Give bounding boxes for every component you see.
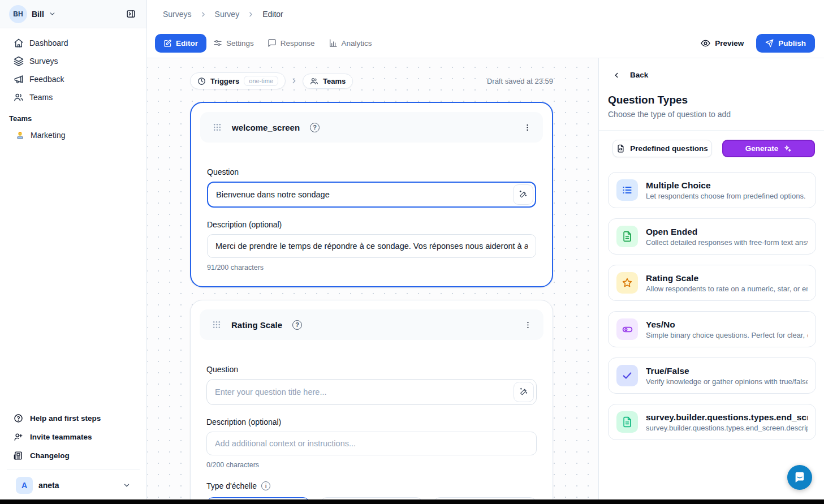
chevron-left-icon [612,71,620,79]
question-card-rating-scale[interactable]: Rating Scale ? Question [190,300,553,504]
question-card-title: Rating Scale [231,320,282,330]
sidebar-item-invite[interactable]: Invite teammates [7,428,140,446]
drag-handle-icon[interactable] [213,123,222,132]
file-code-icon [616,144,625,153]
drag-handle-icon[interactable] [212,320,221,329]
survey-toolbar: Editor Settings Response Analytics [147,28,824,58]
sidebar-footer: Help and first steps Invite teammates Ch… [0,406,146,504]
question-description-input[interactable] [206,432,537,455]
question-type-true-false[interactable]: True/False Verify knowledge or gather op… [608,357,816,394]
sidebar-item-feedback[interactable]: Feedback [7,70,140,88]
question-type-rating-scale[interactable]: Rating Scale Allow respondents to rate o… [608,265,816,301]
description-field-label: Description (optional) [207,220,536,229]
question-type-title: survey.builder.questions.types.end_scr..… [646,412,808,423]
generate-button[interactable]: Generate [722,140,815,157]
account-name: aneta [38,481,59,490]
info-icon[interactable]: i [261,481,270,490]
woman-technologist-emoji [15,130,25,140]
tab-label: Settings [226,39,254,48]
question-type-yes-no[interactable]: Yes/No Simple binary choice questions. P… [608,311,816,347]
triggers-pill[interactable]: Triggers one-time [190,72,286,89]
question-type-title: True/False [646,366,808,376]
description-field-label: Description (optional) [206,417,537,427]
magic-wand-button[interactable] [514,382,534,402]
sidebar-item-dashboard[interactable]: Dashboard [7,34,140,52]
preview-button[interactable]: Preview [701,38,744,48]
changelog-icon [14,451,23,460]
sidebar-item-teams[interactable]: Teams [7,88,140,106]
sidebar-nav: Dashboard Surveys Feedback Teams [0,28,146,106]
footer-item-label: Changelog [30,451,70,460]
flow-header: Triggers one-time Teams Draft saved at 2… [190,72,553,89]
toggle-icon [616,318,638,340]
help-icon[interactable]: ? [292,320,302,330]
tab-label: Editor [176,39,198,48]
sidebar-item-help[interactable]: Help and first steps [7,409,140,428]
workspace-switcher[interactable]: BH Bill [0,0,146,28]
sparkles-icon [783,144,792,153]
message-icon [268,38,277,48]
kebab-menu-icon[interactable] [521,121,534,134]
question-type-title: Rating Scale [646,273,808,283]
teams-label: Teams [323,77,346,85]
breadcrumb-editor[interactable]: Editor [262,10,283,19]
workspace-name: Bill [32,10,44,19]
teams-pill[interactable]: Teams [303,74,353,89]
question-type-title: Yes/No [646,320,808,330]
triggers-label: Triggers [210,77,239,85]
publish-button[interactable]: Publish [756,34,815,53]
bottom-edge-bar [0,499,824,504]
breadcrumb: Surveys Survey Editor [147,0,824,28]
question-type-description: survey.builder.questions.types.end_scree… [646,424,808,432]
question-title-input[interactable] [206,379,537,405]
account-menu[interactable]: A aneta [7,470,140,504]
sidebar-item-label: Surveys [29,57,58,66]
sidebar-item-marketing[interactable]: Marketing [7,126,140,144]
tab-editor[interactable]: Editor [155,34,206,53]
kebab-menu-icon[interactable] [521,318,534,331]
question-type-list: Multiple Choice Let respondents choose f… [599,157,824,440]
char-count: 0/200 characters [206,461,537,469]
breadcrumb-surveys[interactable]: Surveys [163,10,192,19]
sidebar-item-changelog[interactable]: Changelog [7,446,140,465]
predefined-questions-button[interactable]: Predefined questions [612,140,712,157]
tab-response[interactable]: Response [261,33,322,53]
workspace-avatar: BH [9,5,27,23]
chat-widget-button[interactable] [787,465,812,490]
sidebar-item-surveys[interactable]: Surveys [7,52,140,70]
draft-status: Draft saved at 23:59 [487,77,553,85]
question-card-welcome-screen[interactable]: welcome_screen ? Question [190,102,553,287]
chevron-down-icon [49,10,56,18]
question-type-description: Verify knowledge or gather opinions with… [646,377,808,386]
back-button[interactable]: Back [599,58,824,79]
footer-item-label: Invite teammates [30,433,92,441]
list-icon [616,179,638,201]
tab-settings[interactable]: Settings [206,33,261,53]
eye-icon [701,38,710,48]
sidebar-collapse-icon[interactable] [123,6,139,22]
edit-icon [163,39,172,48]
breadcrumb-survey[interactable]: Survey [215,10,240,19]
bar-chart-icon [329,38,338,48]
question-type-open-ended[interactable]: Open Ended Collect detailed responses wi… [608,218,816,255]
predefined-label: Predefined questions [630,144,707,153]
question-type-description: Collect detailed responses with free-for… [646,238,808,247]
magic-wand-button[interactable] [513,184,533,205]
question-title-input[interactable] [207,182,536,208]
footer-item-label: Help and first steps [30,414,101,423]
question-type-multiple-choice[interactable]: Multiple Choice Let respondents choose f… [608,172,816,208]
users-icon [310,77,318,85]
question-card-header: welcome_screen ? [200,112,543,143]
help-icon[interactable]: ? [310,123,320,132]
send-icon [765,39,774,48]
tab-label: Analytics [342,39,372,48]
generate-label: Generate [745,144,779,153]
app-window: BH Bill Dashboard Surveys [0,0,824,504]
question-description-input[interactable] [207,234,536,258]
tab-analytics[interactable]: Analytics [322,33,379,53]
question-type-end-screen[interactable]: survey.builder.questions.types.end_scr..… [608,404,816,440]
sidebar-item-label: Teams [29,93,53,102]
sliders-icon [213,38,222,48]
chevron-right-icon [290,77,298,85]
sidebar-section-teams: Teams [0,106,146,126]
